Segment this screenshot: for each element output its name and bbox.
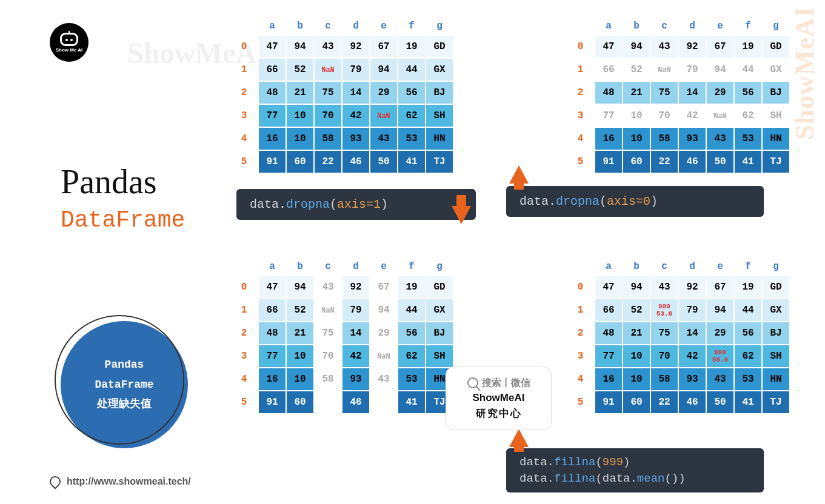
topic-circle: Pandas DataFrame 处理缺失值 xyxy=(61,321,188,448)
col-header: d xyxy=(342,257,370,276)
cell: 91 xyxy=(595,150,623,173)
col-header: f xyxy=(734,257,762,276)
row-header: 0 xyxy=(567,35,595,58)
cell: 67 xyxy=(370,35,398,58)
cell: 60 xyxy=(623,391,650,414)
cell: TJ xyxy=(426,150,453,173)
cell: 58 xyxy=(314,127,342,150)
cell: 58 xyxy=(314,368,342,391)
cell: 19 xyxy=(734,276,762,299)
cell: 52 xyxy=(623,299,650,322)
col-header: g xyxy=(426,257,453,276)
col-header: e xyxy=(370,257,398,276)
cell: 29 xyxy=(706,322,734,345)
cell: 70 xyxy=(314,104,342,127)
col-header: a xyxy=(595,257,623,276)
cell: 56 xyxy=(398,322,426,345)
cell: 10 xyxy=(286,368,314,391)
cell: 47 xyxy=(258,276,286,299)
title-pandas: Pandas xyxy=(61,162,185,201)
cell: 62 xyxy=(734,104,762,127)
cell: 53 xyxy=(398,368,426,391)
cursor-icon xyxy=(47,474,62,489)
cell: 14 xyxy=(678,322,706,345)
cell: 16 xyxy=(258,127,286,150)
col-header: a xyxy=(258,257,286,276)
cell: 66 xyxy=(595,58,623,81)
cell: 22 xyxy=(314,391,342,414)
cell: NaN xyxy=(314,299,342,322)
cell: 67 xyxy=(706,35,734,58)
cell: 43 xyxy=(314,35,342,58)
cell: 79 xyxy=(342,58,370,81)
cell: 93 xyxy=(342,127,370,150)
col-header: a xyxy=(595,17,623,35)
cell: GX xyxy=(426,58,453,81)
cell: 66 xyxy=(595,299,623,322)
col-header: g xyxy=(762,17,790,35)
row-header: 2 xyxy=(567,322,595,345)
cell: BJ xyxy=(426,322,453,345)
cell: 60 xyxy=(286,391,314,414)
cell: 44 xyxy=(734,299,762,322)
row-header: 1 xyxy=(230,299,258,322)
arrow-up-icon-2 xyxy=(509,429,529,447)
cell: 56 xyxy=(398,81,426,104)
col-header: d xyxy=(678,17,706,35)
cell: TJ xyxy=(762,391,790,414)
col-header: b xyxy=(286,17,314,35)
cell: HN xyxy=(426,127,453,150)
row-header: 1 xyxy=(230,58,258,81)
cell: 21 xyxy=(286,322,314,345)
row-header: 1 xyxy=(567,299,595,322)
cell: 48 xyxy=(595,81,623,104)
cell: 91 xyxy=(258,150,286,173)
row-header: 3 xyxy=(230,104,258,127)
arrow-up-icon-1 xyxy=(509,165,529,184)
cell: 43 xyxy=(314,276,342,299)
row-header: 3 xyxy=(567,104,595,127)
cell: 47 xyxy=(595,35,623,58)
cell: 10 xyxy=(286,127,314,150)
cell: 50 xyxy=(370,391,398,414)
cell: 94 xyxy=(706,299,734,322)
watermark-right: ShowMeAI xyxy=(789,6,820,140)
cell: 10 xyxy=(286,345,314,368)
cell: 46 xyxy=(342,150,370,173)
cell: 53 xyxy=(734,368,762,391)
cell: 44 xyxy=(398,58,426,81)
code-dropna-axis0: data.dropna(axis=0) xyxy=(506,186,764,217)
col-header: d xyxy=(342,17,370,35)
cell: 77 xyxy=(595,104,623,127)
cell: 67 xyxy=(706,276,734,299)
cell: 94 xyxy=(286,35,314,58)
cell: 29 xyxy=(370,322,398,345)
cell: 70 xyxy=(650,104,678,127)
cell: 99956.6 xyxy=(706,345,734,368)
cell: 62 xyxy=(734,345,762,368)
row-header: 1 xyxy=(567,58,595,81)
code-fillna: data.fillna(999) data.fillna(data.mean()… xyxy=(506,448,764,492)
cell: 46 xyxy=(678,150,706,173)
cell: 44 xyxy=(398,299,426,322)
row-header: 2 xyxy=(230,322,258,345)
cell: SH xyxy=(426,104,453,127)
cell: 53 xyxy=(734,127,762,150)
cell: 66 xyxy=(258,299,286,322)
cell: 99953.6 xyxy=(650,299,678,322)
cell: 50 xyxy=(706,150,734,173)
cell: 21 xyxy=(623,81,650,104)
cell: 94 xyxy=(286,276,314,299)
circle-line-3: 处理缺失值 xyxy=(97,394,152,414)
cell: 47 xyxy=(258,35,286,58)
cell: 70 xyxy=(650,345,678,368)
cell: 10 xyxy=(623,127,650,150)
cell: 66 xyxy=(258,58,286,81)
cell: 48 xyxy=(258,81,286,104)
row-header: 0 xyxy=(230,276,258,299)
cell: 41 xyxy=(734,391,762,414)
cell: 56 xyxy=(734,81,762,104)
col-header: c xyxy=(650,257,678,276)
showmeai-logo: Show Me AI xyxy=(50,23,89,62)
logo-text: Show Me AI xyxy=(56,47,83,53)
